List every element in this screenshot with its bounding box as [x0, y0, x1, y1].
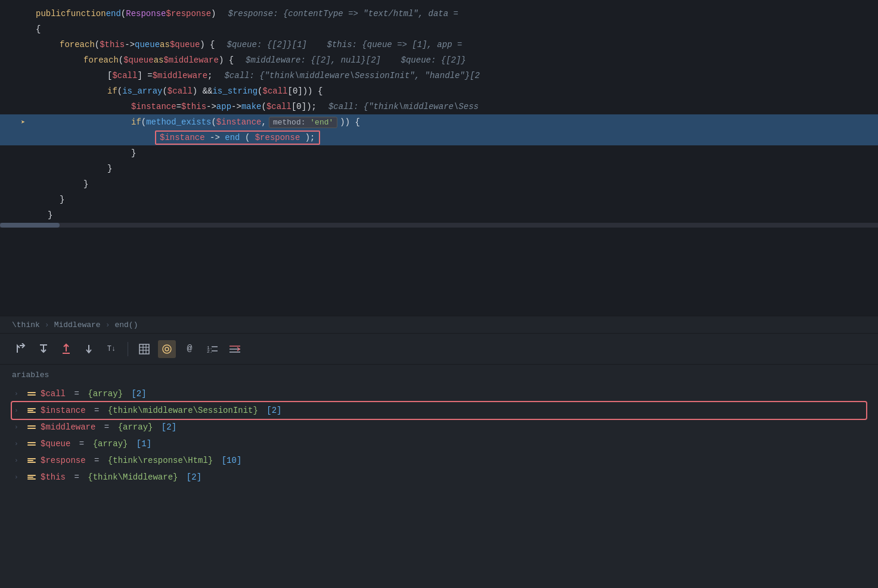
inline-debug-value: $middleware: {[2], null}[2] $queue: {[2]…	[246, 55, 466, 65]
var-name-middleware: $middleware	[41, 422, 95, 432]
var-row-middleware[interactable]: › $middleware = {array} [2]	[12, 419, 866, 435]
code-token: $response	[166, 9, 211, 18]
breadcrumb-sep-2: ›	[106, 321, 110, 329]
toolbar-divider-1	[128, 342, 128, 356]
object-icon-this	[26, 473, 37, 481]
var-eq-queue: =	[74, 439, 89, 449]
code-token: if	[107, 86, 117, 96]
expand-arrow-response[interactable]: ›	[14, 457, 23, 464]
var-count-response: [10]	[216, 456, 241, 465]
toolbar-resume[interactable]	[80, 340, 98, 358]
toolbar-list[interactable]: 1. 2.	[203, 340, 221, 358]
code-token: )	[211, 9, 216, 18]
code-token: ->	[231, 102, 241, 111]
code-token: (	[95, 40, 100, 49]
code-token: as	[160, 40, 170, 49]
code-token: (	[262, 102, 266, 111]
code-line-1: public function end ( Response $response…	[0, 6, 878, 21]
breadcrumb-part-2: Middleware	[54, 321, 101, 329]
code-token: (	[141, 117, 146, 127]
var-row-call[interactable]: › $call = {array} [2]	[12, 385, 866, 402]
toolbar-table[interactable]	[135, 340, 153, 358]
var-val-this: {think\Middleware}	[88, 472, 178, 482]
breadcrumb: \think › Middleware › end()	[0, 316, 878, 334]
code-line-12: }	[0, 176, 878, 192]
code-token: ) &&	[193, 86, 213, 96]
code-token: queue	[135, 40, 160, 49]
array-icon-call	[26, 390, 37, 398]
toolbar-step-over[interactable]	[12, 340, 30, 358]
var-val-middleware: {array}	[118, 422, 153, 432]
expand-arrow-this[interactable]: ›	[14, 474, 23, 481]
toolbar-step-out[interactable]	[57, 340, 75, 358]
toolbar-step-into[interactable]	[35, 340, 52, 358]
code-line-5: [ $call ] = $middleware ; $call: {"think…	[0, 68, 878, 83]
expand-arrow-instance[interactable]: ›	[14, 407, 23, 414]
var-name-instance: $instance	[41, 406, 86, 415]
toolbar-smaller[interactable]: T↓	[103, 340, 120, 358]
var-val-call: {array}	[88, 389, 123, 399]
code-line-9: $instance -> end ( $response );	[0, 130, 878, 145]
code-token: }	[83, 179, 88, 189]
var-row-this[interactable]: › $this = {think\Middleware} [2]	[12, 469, 866, 486]
code-token: $call	[266, 102, 291, 111]
toolbar-at[interactable]: @	[181, 340, 198, 358]
inline-debug-value: $queue: {[2]}[1] $this: {queue => [1], a…	[227, 40, 463, 49]
code-token: app	[216, 102, 231, 111]
var-count-this: [2]	[181, 472, 201, 482]
scrollbar-thumb[interactable]	[0, 223, 60, 228]
code-token: make	[241, 102, 262, 111]
code-token: end	[225, 133, 240, 142]
code-token: $this	[181, 102, 206, 111]
code-line-11: }	[0, 161, 878, 176]
code-token: }	[48, 210, 52, 220]
breadcrumb-sep-1: ›	[45, 321, 49, 329]
code-token: }	[131, 148, 136, 158]
var-eq-call: =	[69, 389, 84, 399]
code-token: foreach	[60, 40, 95, 49]
var-name-response: $response	[41, 456, 86, 465]
var-eq-response: =	[89, 456, 104, 465]
code-line-10: }	[0, 145, 878, 161]
expand-arrow-call[interactable]: ›	[14, 390, 23, 397]
code-token: )) {	[340, 117, 360, 127]
code-token: $response	[255, 133, 300, 142]
expand-arrow-middleware[interactable]: ›	[14, 424, 23, 431]
horizontal-scrollbar[interactable]	[0, 223, 878, 228]
code-token: (	[211, 117, 216, 127]
code-token: (	[162, 86, 167, 96]
breadcrumb-part-1: \think	[12, 321, 40, 329]
code-token: ) {	[200, 40, 215, 49]
code-token: is_array	[122, 86, 162, 96]
svg-point-9	[165, 347, 169, 351]
expand-arrow-queue[interactable]: ›	[14, 440, 23, 447]
object-icon-instance	[26, 406, 37, 415]
inline-debug-value: $call: {"think\middleware\Sess	[328, 102, 479, 111]
var-row-response[interactable]: › $response = {think\response\Html} [10]	[12, 452, 866, 469]
panel-title: ariables	[12, 371, 866, 379]
code-token: {	[36, 24, 41, 34]
code-token: $instance	[131, 102, 176, 111]
code-token: ) {	[219, 55, 234, 65]
code-token: [	[107, 71, 112, 80]
debug-toolbar: T↓ @ 1. 2.	[0, 334, 878, 365]
code-token: method_exists	[146, 117, 211, 127]
code-token: [0]);	[291, 102, 317, 111]
code-token: ->	[210, 133, 220, 142]
code-token: Response	[126, 9, 166, 18]
code-token: ,	[261, 117, 266, 127]
code-token: (	[245, 133, 250, 142]
var-val-queue: {array}	[93, 439, 128, 449]
toolbar-indent[interactable]	[226, 340, 244, 358]
var-row-instance[interactable]: › $instance = {think\middleware\SessionI…	[12, 402, 866, 419]
toolbar-watch[interactable]	[158, 340, 176, 358]
code-token: ] =	[137, 71, 152, 80]
var-count-call: [2]	[126, 389, 147, 399]
var-row-queue[interactable]: › $queue = {array} [1]	[12, 435, 866, 452]
code-token: public	[36, 9, 66, 18]
breadcrumb-part-3: end()	[114, 321, 138, 329]
code-token: $instance	[216, 117, 262, 127]
code-token: ->	[125, 40, 135, 49]
debug-tooltip: method: 'end'	[269, 117, 337, 128]
code-token: $middleware	[163, 55, 218, 65]
